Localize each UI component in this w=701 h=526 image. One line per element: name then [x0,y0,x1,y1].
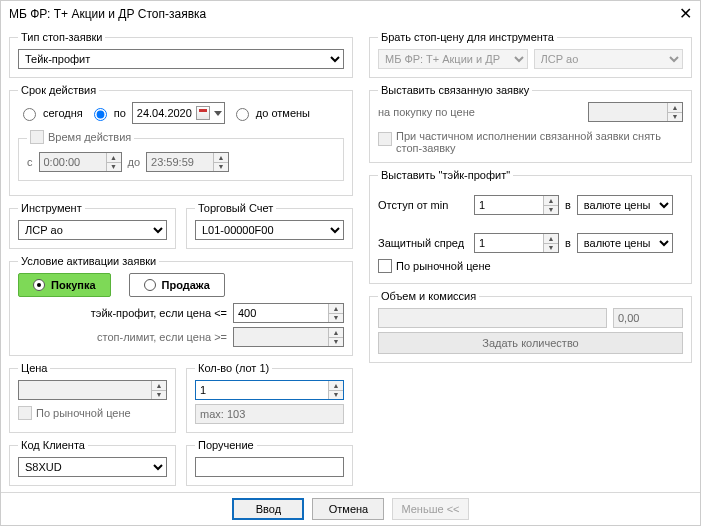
price-input[interactable]: ▲▼ [18,380,167,400]
group-time: Время действия c ▲▼ до ▲▼ [18,130,344,181]
group-stop-type-label: Тип стоп-заявки [18,31,105,43]
group-account-label: Торговый Счет [195,202,276,214]
group-instrument-label: Инструмент [18,202,85,214]
time-enable-checkbox[interactable]: Время действия [30,130,131,144]
group-validity-label: Срок действия [18,84,99,96]
order-ref-input[interactable] [195,457,344,477]
source-board-select: МБ ФР: T+ Акции и ДР [378,49,528,69]
group-order-label: Поручение [195,439,257,451]
time-to-label: до [128,156,141,168]
sell-toggle[interactable]: Продажа [129,273,225,297]
time-from-input[interactable]: ▲▼ [39,152,122,172]
less-button: Меньше << [392,498,468,520]
radio-until[interactable]: по [89,105,126,121]
tp-price-input[interactable]: ▲▼ [233,303,344,323]
group-qty-label: Кол-во (лот 1) [195,362,272,374]
time-to-input[interactable]: ▲▼ [146,152,229,172]
account-select[interactable]: L01-00000F00 [195,220,344,240]
max-qty-display [195,404,344,424]
close-icon[interactable]: ✕ [679,1,692,27]
offset-label: Отступ от min [378,199,468,211]
offset-in-label: в [565,199,571,211]
buy-toggle[interactable]: Покупка [18,273,111,297]
group-account: Торговый Счет L01-00000F00 [186,202,353,249]
sl-cond-label: стоп-лимит, если цена >= [18,331,227,343]
tp-market-checkbox[interactable]: По рыночной цене [378,259,491,273]
commission-display [613,308,683,328]
group-qty: Кол-во (лот 1) ▲▼ [186,362,353,433]
group-client: Код Клиента S8XUD [9,439,176,486]
client-code-select[interactable]: S8XUD [18,457,167,477]
radio-today[interactable]: сегодня [18,105,83,121]
group-price: Цена ▲▼ По рыночной цене [9,362,176,433]
group-stop-type: Тип стоп-заявки Тейк-профит [9,31,353,78]
group-order: Поручение [186,439,353,486]
group-linked-order-label: Выставить связанную заявку [378,84,532,96]
qty-input[interactable]: ▲▼ [195,380,344,400]
group-volume-label: Объем и комиссия [378,290,479,302]
instrument-select[interactable]: ЛСР ао [18,220,167,240]
cancel-on-partial-checkbox[interactable]: При частичном исполнении связанной заявк… [378,130,683,154]
time-from-label: c [27,156,33,168]
group-validity: Срок действия сегодня по 24.04.2020 до о… [9,84,353,196]
spread-in-label: в [565,237,571,249]
group-price-source-label: Брать стоп-цену для инструмента [378,31,557,43]
spread-input[interactable]: ▲▼ [474,233,559,253]
group-linked-order: Выставить связанную заявку на покупку по… [369,84,692,163]
group-take-profit: Выставить "тэйк-профит" Отступ от min ▲▼… [369,169,692,284]
volume-display [378,308,607,328]
group-volume: Объем и комиссия Задать количество [369,290,692,363]
source-instrument-select: ЛСР ао [534,49,684,69]
submit-button[interactable]: Ввод [232,498,304,520]
group-price-label: Цена [18,362,50,374]
sl-price-input[interactable]: ▲▼ [233,327,344,347]
group-price-source: Брать стоп-цену для инструмента МБ ФР: T… [369,31,692,78]
window-title: МБ ФР: T+ Акции и ДР Стоп-заявка [9,1,206,27]
date-picker[interactable]: 24.04.2020 [132,102,225,124]
linked-price-input[interactable]: ▲▼ [588,102,683,122]
cancel-button[interactable]: Отмена [312,498,384,520]
set-quantity-button: Задать количество [378,332,683,354]
tp-cond-label: тэйк-профит, если цена <= [18,307,227,319]
spread-unit-select[interactable]: валюте цены [577,233,673,253]
group-condition-label: Условие активации заявки [18,255,159,267]
market-price-checkbox[interactable]: По рыночной цене [18,406,131,420]
linked-price-label: на покупку по цене [378,106,475,118]
radio-gtc[interactable]: до отмены [231,105,310,121]
group-time-label: Время действия [48,131,131,143]
stop-type-select[interactable]: Тейк-профит [18,49,344,69]
spread-label: Защитный спред [378,237,468,249]
date-value: 24.04.2020 [137,107,192,119]
chevron-down-icon[interactable] [214,111,222,116]
group-condition: Условие активации заявки Покупка Продажа… [9,255,353,356]
offset-unit-select[interactable]: валюте цены [577,195,673,215]
calendar-icon[interactable] [196,106,210,120]
group-take-profit-label: Выставить "тэйк-профит" [378,169,513,181]
group-client-label: Код Клиента [18,439,88,451]
offset-input[interactable]: ▲▼ [474,195,559,215]
group-instrument: Инструмент ЛСР ао [9,202,176,249]
